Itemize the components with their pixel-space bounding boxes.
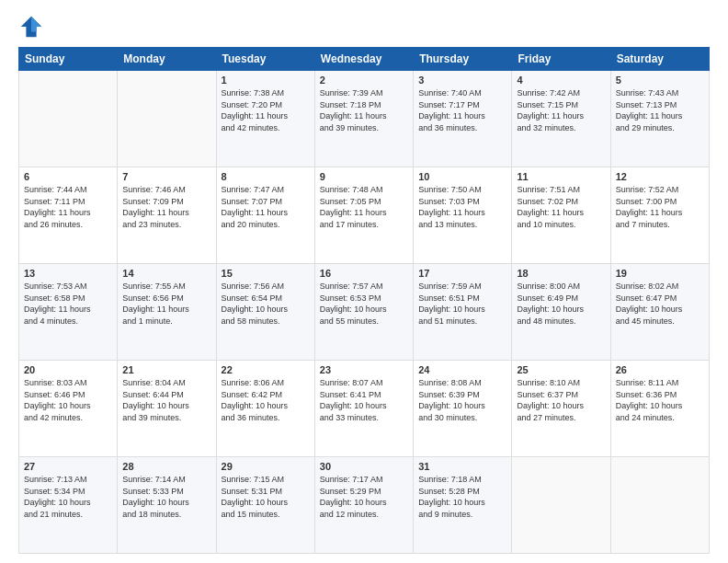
day-number: 30 bbox=[320, 461, 408, 472]
day-info: Sunrise: 7:42 AM Sunset: 7:15 PM Dayligh… bbox=[517, 87, 605, 133]
calendar-cell: 20Sunrise: 8:03 AM Sunset: 6:46 PM Dayli… bbox=[19, 361, 118, 457]
day-info: Sunrise: 8:06 AM Sunset: 6:42 PM Dayligh… bbox=[222, 377, 310, 423]
calendar-cell bbox=[19, 71, 118, 167]
calendar-cell bbox=[610, 457, 709, 554]
day-number: 31 bbox=[418, 461, 506, 472]
day-info: Sunrise: 8:04 AM Sunset: 6:44 PM Dayligh… bbox=[122, 377, 210, 423]
day-number: 25 bbox=[517, 364, 605, 375]
weekday-header: Saturday bbox=[610, 48, 709, 71]
day-number: 16 bbox=[320, 268, 408, 279]
calendar-cell: 10Sunrise: 7:50 AM Sunset: 7:03 PM Dayli… bbox=[414, 167, 512, 264]
day-number: 26 bbox=[616, 364, 704, 375]
day-info: Sunrise: 8:03 AM Sunset: 6:46 PM Dayligh… bbox=[24, 377, 112, 423]
day-info: Sunrise: 7:52 AM Sunset: 7:00 PM Dayligh… bbox=[616, 184, 704, 230]
calendar-cell: 29Sunrise: 7:15 AM Sunset: 5:31 PM Dayli… bbox=[216, 457, 314, 554]
day-info: Sunrise: 7:51 AM Sunset: 7:02 PM Dayligh… bbox=[517, 184, 605, 230]
calendar-cell: 4Sunrise: 7:42 AM Sunset: 7:15 PM Daylig… bbox=[512, 71, 610, 167]
day-number: 12 bbox=[616, 171, 704, 182]
day-number: 10 bbox=[418, 171, 506, 182]
day-info: Sunrise: 7:50 AM Sunset: 7:03 PM Dayligh… bbox=[418, 184, 506, 230]
calendar-cell: 27Sunrise: 7:13 AM Sunset: 5:34 PM Dayli… bbox=[19, 457, 118, 554]
calendar-cell: 19Sunrise: 8:02 AM Sunset: 6:47 PM Dayli… bbox=[610, 264, 709, 361]
calendar-cell: 12Sunrise: 7:52 AM Sunset: 7:00 PM Dayli… bbox=[610, 167, 709, 264]
day-number: 15 bbox=[222, 268, 310, 279]
day-number: 18 bbox=[517, 268, 605, 279]
day-number: 9 bbox=[320, 171, 408, 182]
day-info: Sunrise: 7:40 AM Sunset: 7:17 PM Dayligh… bbox=[418, 87, 506, 133]
day-number: 13 bbox=[24, 268, 112, 279]
day-number: 24 bbox=[418, 364, 506, 375]
day-info: Sunrise: 7:53 AM Sunset: 6:58 PM Dayligh… bbox=[24, 281, 112, 327]
calendar-cell: 18Sunrise: 8:00 AM Sunset: 6:49 PM Dayli… bbox=[512, 264, 610, 361]
calendar-cell: 25Sunrise: 8:10 AM Sunset: 6:37 PM Dayli… bbox=[512, 361, 610, 457]
day-info: Sunrise: 7:55 AM Sunset: 6:56 PM Dayligh… bbox=[122, 281, 210, 327]
day-info: Sunrise: 7:59 AM Sunset: 6:51 PM Dayligh… bbox=[418, 281, 506, 327]
weekday-header-row: SundayMondayTuesdayWednesdayThursdayFrid… bbox=[19, 48, 710, 71]
day-number: 11 bbox=[517, 171, 605, 182]
calendar-cell: 15Sunrise: 7:56 AM Sunset: 6:54 PM Dayli… bbox=[216, 264, 314, 361]
svg-marker-1 bbox=[31, 17, 41, 32]
calendar-cell: 2Sunrise: 7:39 AM Sunset: 7:18 PM Daylig… bbox=[314, 71, 413, 167]
day-number: 17 bbox=[418, 268, 506, 279]
day-number: 21 bbox=[122, 364, 210, 375]
calendar-cell bbox=[118, 71, 216, 167]
day-info: Sunrise: 7:46 AM Sunset: 7:09 PM Dayligh… bbox=[122, 184, 210, 230]
day-number: 20 bbox=[24, 364, 112, 375]
day-info: Sunrise: 8:10 AM Sunset: 6:37 PM Dayligh… bbox=[517, 377, 605, 423]
calendar-cell: 28Sunrise: 7:14 AM Sunset: 5:33 PM Dayli… bbox=[118, 457, 216, 554]
calendar-cell: 11Sunrise: 7:51 AM Sunset: 7:02 PM Dayli… bbox=[512, 167, 610, 264]
calendar-cell bbox=[512, 457, 610, 554]
calendar-cell: 24Sunrise: 8:08 AM Sunset: 6:39 PM Dayli… bbox=[414, 361, 512, 457]
day-number: 27 bbox=[24, 461, 112, 472]
day-info: Sunrise: 7:57 AM Sunset: 6:53 PM Dayligh… bbox=[320, 281, 408, 327]
day-info: Sunrise: 7:43 AM Sunset: 7:13 PM Dayligh… bbox=[616, 87, 704, 133]
calendar-week-row: 6Sunrise: 7:44 AM Sunset: 7:11 PM Daylig… bbox=[19, 167, 710, 264]
calendar-week-row: 27Sunrise: 7:13 AM Sunset: 5:34 PM Dayli… bbox=[19, 457, 710, 554]
day-info: Sunrise: 8:11 AM Sunset: 6:36 PM Dayligh… bbox=[616, 377, 704, 423]
day-info: Sunrise: 7:48 AM Sunset: 7:05 PM Dayligh… bbox=[320, 184, 408, 230]
calendar-cell: 8Sunrise: 7:47 AM Sunset: 7:07 PM Daylig… bbox=[216, 167, 314, 264]
calendar-cell: 22Sunrise: 8:06 AM Sunset: 6:42 PM Dayli… bbox=[216, 361, 314, 457]
weekday-header: Friday bbox=[512, 48, 610, 71]
day-info: Sunrise: 7:13 AM Sunset: 5:34 PM Dayligh… bbox=[24, 474, 112, 520]
day-number: 22 bbox=[222, 364, 310, 375]
weekday-header: Thursday bbox=[414, 48, 512, 71]
calendar-table: SundayMondayTuesdayWednesdayThursdayFrid… bbox=[18, 47, 710, 554]
calendar-cell: 23Sunrise: 8:07 AM Sunset: 6:41 PM Dayli… bbox=[314, 361, 413, 457]
day-info: Sunrise: 7:17 AM Sunset: 5:29 PM Dayligh… bbox=[320, 474, 408, 520]
day-info: Sunrise: 8:02 AM Sunset: 6:47 PM Dayligh… bbox=[616, 281, 704, 327]
calendar-cell: 1Sunrise: 7:38 AM Sunset: 7:20 PM Daylig… bbox=[216, 71, 314, 167]
calendar-cell: 5Sunrise: 7:43 AM Sunset: 7:13 PM Daylig… bbox=[610, 71, 709, 167]
day-number: 23 bbox=[320, 364, 408, 375]
day-info: Sunrise: 7:56 AM Sunset: 6:54 PM Dayligh… bbox=[222, 281, 310, 327]
calendar-cell: 7Sunrise: 7:46 AM Sunset: 7:09 PM Daylig… bbox=[118, 167, 216, 264]
day-info: Sunrise: 8:08 AM Sunset: 6:39 PM Dayligh… bbox=[418, 377, 506, 423]
day-info: Sunrise: 7:18 AM Sunset: 5:28 PM Dayligh… bbox=[418, 474, 506, 520]
day-number: 2 bbox=[320, 75, 408, 86]
calendar-cell: 31Sunrise: 7:18 AM Sunset: 5:28 PM Dayli… bbox=[414, 457, 512, 554]
day-number: 7 bbox=[122, 171, 210, 182]
day-number: 3 bbox=[418, 75, 506, 86]
weekday-header: Wednesday bbox=[314, 48, 413, 71]
logo-icon bbox=[18, 14, 44, 40]
calendar-week-row: 1Sunrise: 7:38 AM Sunset: 7:20 PM Daylig… bbox=[19, 71, 710, 167]
weekday-header: Tuesday bbox=[216, 48, 314, 71]
day-number: 14 bbox=[122, 268, 210, 279]
day-info: Sunrise: 8:00 AM Sunset: 6:49 PM Dayligh… bbox=[517, 281, 605, 327]
day-number: 4 bbox=[517, 75, 605, 86]
calendar-cell: 9Sunrise: 7:48 AM Sunset: 7:05 PM Daylig… bbox=[314, 167, 413, 264]
day-info: Sunrise: 7:38 AM Sunset: 7:20 PM Dayligh… bbox=[222, 87, 310, 133]
calendar-cell: 30Sunrise: 7:17 AM Sunset: 5:29 PM Dayli… bbox=[314, 457, 413, 554]
weekday-header: Monday bbox=[118, 48, 216, 71]
calendar-cell: 17Sunrise: 7:59 AM Sunset: 6:51 PM Dayli… bbox=[414, 264, 512, 361]
weekday-header: Sunday bbox=[19, 48, 118, 71]
day-number: 28 bbox=[122, 461, 210, 472]
day-number: 5 bbox=[616, 75, 704, 86]
calendar-cell: 14Sunrise: 7:55 AM Sunset: 6:56 PM Dayli… bbox=[118, 264, 216, 361]
day-info: Sunrise: 7:39 AM Sunset: 7:18 PM Dayligh… bbox=[320, 87, 408, 133]
day-info: Sunrise: 7:44 AM Sunset: 7:11 PM Dayligh… bbox=[24, 184, 112, 230]
logo bbox=[18, 14, 48, 40]
calendar-week-row: 20Sunrise: 8:03 AM Sunset: 6:46 PM Dayli… bbox=[19, 361, 710, 457]
calendar-cell: 21Sunrise: 8:04 AM Sunset: 6:44 PM Dayli… bbox=[118, 361, 216, 457]
day-number: 8 bbox=[222, 171, 310, 182]
